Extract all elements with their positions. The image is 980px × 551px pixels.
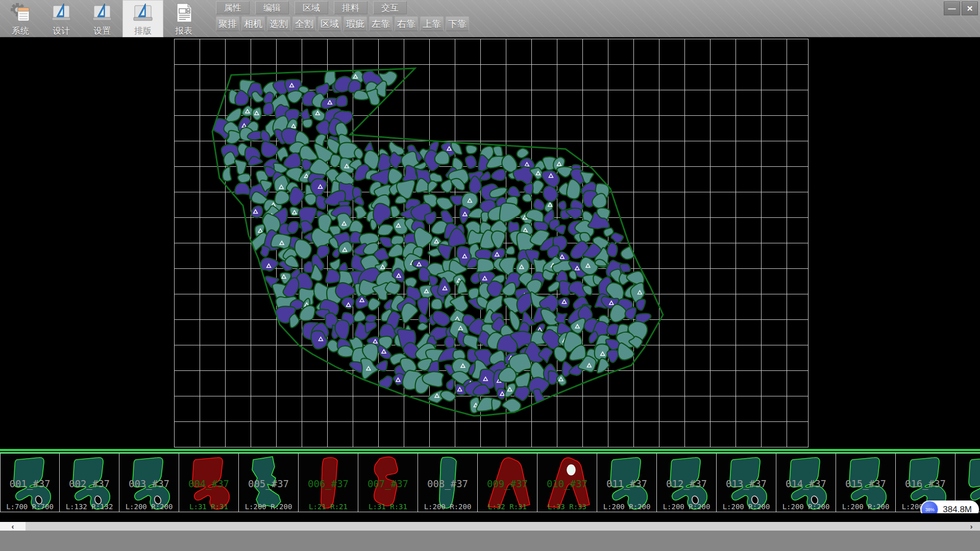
tool-button-10[interactable]: 下靠 [446, 16, 469, 31]
window-controls: —✕ [944, 2, 978, 15]
menu-tab-2[interactable]: 编辑 [255, 1, 289, 14]
strip-top-border [0, 449, 980, 453]
scroll-left-button[interactable]: ‹ [0, 522, 26, 531]
piece-shape-boot [597, 454, 656, 512]
piece-shape-boot [179, 454, 238, 512]
piece-thumb-014_#37[interactable]: 014_#37L:200 R:200 [776, 453, 836, 512]
main-tab-label: 设计 [53, 25, 70, 37]
tool-button-row: 聚排相机选割全割区域瑕疵左靠右靠上靠下靠 [216, 16, 471, 31]
piece-shape-bracket [358, 454, 417, 512]
piece-thumb-008_#37[interactable]: 008_#37L:200 R:200 [418, 453, 478, 512]
piece-shape-slab [299, 454, 357, 512]
piece-shape-arch [478, 454, 536, 512]
tool-button-1[interactable]: 聚排 [216, 16, 239, 31]
pieces-strip: 001_#37L:700 R:700002_#37L:132 R:132003_… [0, 453, 980, 513]
tool-button-6[interactable]: 瑕疵 [344, 16, 367, 31]
memory-percent: 38% [925, 507, 935, 512]
piece-shape-arch_hole [537, 454, 596, 512]
piece-shape-boot [836, 454, 895, 512]
minimize-button[interactable]: — [944, 2, 960, 15]
report-document-icon [173, 2, 195, 24]
settings-ruler-icon [91, 2, 113, 24]
menu-tab-4[interactable]: 排料 [334, 1, 368, 14]
piece-shape-pill [418, 454, 477, 512]
piece-thumb-004_#37[interactable]: 004_#37L:31 R:31 [179, 453, 239, 512]
main-tab-label: 系统 [12, 25, 29, 37]
piece-shape-boot_hole [717, 454, 775, 512]
menu-tab-1[interactable]: 属性 [216, 1, 250, 14]
strip-bottom-gap [0, 513, 980, 522]
main-tab-nesting[interactable]: 排版 [122, 0, 163, 37]
piece-thumb-013_#37[interactable]: 013_#37L:200 R:200 [717, 453, 776, 512]
menu-tab-row: 属性编辑区域排料交互 [216, 1, 471, 14]
piece-thumb-002_#37[interactable]: 002_#37L:132 R:132 [60, 453, 119, 512]
tool-button-9[interactable]: 上靠 [420, 16, 444, 31]
piece-shape-fold [239, 454, 298, 512]
main-tab-label: 设置 [93, 25, 111, 37]
piece-thumb-015_#37[interactable]: 015_#37L:200 R:200 [836, 453, 896, 512]
piece-thumb-006_#37[interactable]: 006_#37L:21 R:21 [299, 453, 358, 512]
horizontal-scrollbar[interactable]: ‹ › [0, 522, 980, 531]
piece-thumb-001_#37[interactable]: 001_#37L:700 R:700 [0, 453, 60, 512]
tool-button-4[interactable]: 全割 [292, 16, 316, 31]
nesting-ruler-icon [132, 2, 154, 24]
system-gear-icon [9, 2, 32, 24]
menu-tab-3[interactable]: 区域 [295, 1, 328, 14]
tool-button-8[interactable]: 右靠 [395, 16, 418, 31]
piece-thumb-012_#37[interactable]: 012_#37L:200 R:200 [657, 453, 717, 512]
tool-button-5[interactable]: 区域 [318, 16, 341, 31]
main-tab-design[interactable]: 设计 [41, 0, 82, 37]
status-bar [0, 531, 980, 551]
piece-thumb-005_#37[interactable]: 005_#37L:200 R:200 [239, 453, 299, 512]
close-button[interactable]: ✕ [962, 2, 978, 15]
nested-pieces[interactable] [212, 69, 651, 414]
main-tab-label: 排版 [134, 25, 152, 37]
main-tab-report[interactable]: 报表 [163, 0, 204, 37]
piece-thumb-007_#37[interactable]: 007_#37L:31 R:31 [358, 453, 418, 512]
main-toolbar: 系统 设计 设置 排版 报表 属性编辑区域排料交互 聚排相机选割全割区域瑕疵左靠… [0, 0, 980, 37]
piece-thumb-011_#37[interactable]: 011_#37L:200 R:200 [597, 453, 657, 512]
piece-thumb-010_#37[interactable]: 010_#37L:33 R:33 [537, 453, 597, 512]
tool-button-7[interactable]: 左靠 [369, 16, 393, 31]
piece-thumb-009_#37[interactable]: 009_#37L:32 R:31 [478, 453, 537, 512]
main-tab-settings[interactable]: 设置 [82, 0, 122, 37]
tool-button-3[interactable]: 选割 [267, 16, 290, 31]
scroll-right-button[interactable]: › [963, 522, 980, 531]
nesting-canvas[interactable] [0, 37, 980, 449]
nesting-canvas-svg [0, 37, 980, 449]
tool-button-2[interactable]: 相机 [241, 16, 265, 31]
piece-shape-boot_hole [776, 454, 835, 512]
piece-shape-boot_hole [60, 454, 118, 512]
menu-area: 属性编辑区域排料交互 聚排相机选割全割区域瑕疵左靠右靠上靠下靠 [216, 1, 471, 31]
piece-thumb-003_#37[interactable]: 003_#37L:200 R:200 [119, 453, 179, 512]
menu-tab-5[interactable]: 交互 [373, 1, 407, 14]
main-tab-label: 报表 [175, 25, 192, 37]
piece-shape-boot_hole [657, 454, 716, 512]
piece-shape-boot_hole [119, 454, 178, 512]
main-tab-bar: 系统 设计 设置 排版 报表 [0, 0, 204, 37]
main-tab-system[interactable]: 系统 [0, 0, 41, 37]
design-ruler-icon [50, 2, 72, 24]
piece-shape-boot_hole [1, 454, 59, 512]
